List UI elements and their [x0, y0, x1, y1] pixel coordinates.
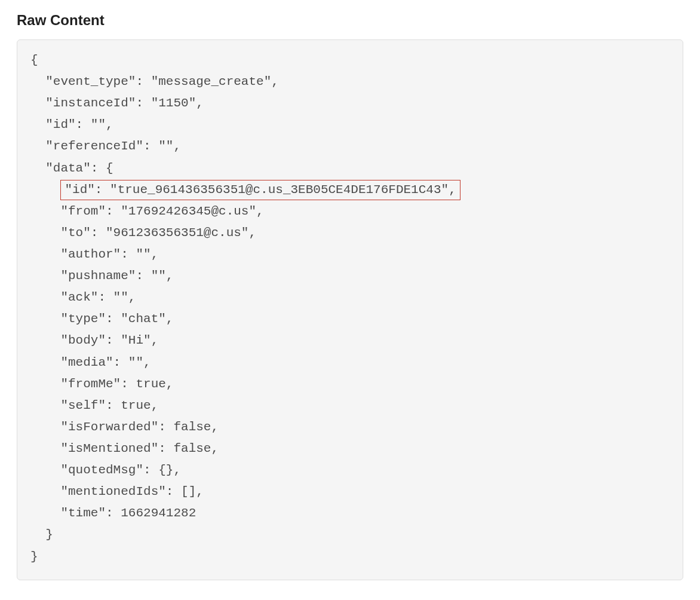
code-line: "quotedMsg": {}, [30, 463, 181, 477]
code-line: "isMentioned": false, [30, 442, 219, 455]
code-line-indent [30, 183, 60, 197]
code-line: { [30, 53, 38, 67]
code-line: "data": { [30, 161, 113, 175]
code-line: "from": "17692426345@c.us", [30, 204, 264, 218]
code-line: "pushname": "", [30, 269, 173, 283]
code-line: "event_type": "message_create", [30, 75, 279, 88]
code-line: "author": "", [30, 247, 158, 261]
code-line: "mentionedIds": [], [30, 485, 204, 498]
code-line: "id": "", [30, 118, 113, 131]
code-line: "fromMe": true, [30, 377, 173, 391]
code-line: "isForwarded": false, [30, 420, 219, 434]
code-line: } [30, 528, 53, 541]
code-line: "referenceId": "", [30, 139, 181, 153]
raw-content-code-block: { "event_type": "message_create", "insta… [17, 39, 683, 580]
code-line: "to": "961236356351@c.us", [30, 226, 256, 240]
code-line: "ack": "", [30, 290, 136, 304]
highlighted-id-line: "id": "true_961436356351@c.us_3EB05CE4DE… [60, 180, 460, 201]
code-line: "body": "Hi", [30, 333, 158, 347]
code-line: "self": true, [30, 399, 158, 412]
code-line: "time": 1662941282 [30, 506, 196, 520]
code-line: } [30, 550, 38, 564]
code-line: "type": "chat", [30, 312, 173, 326]
section-heading: Raw Content [17, 12, 683, 29]
code-line: "instanceId": "1150", [30, 96, 204, 110]
code-line: "media": "", [30, 356, 151, 369]
